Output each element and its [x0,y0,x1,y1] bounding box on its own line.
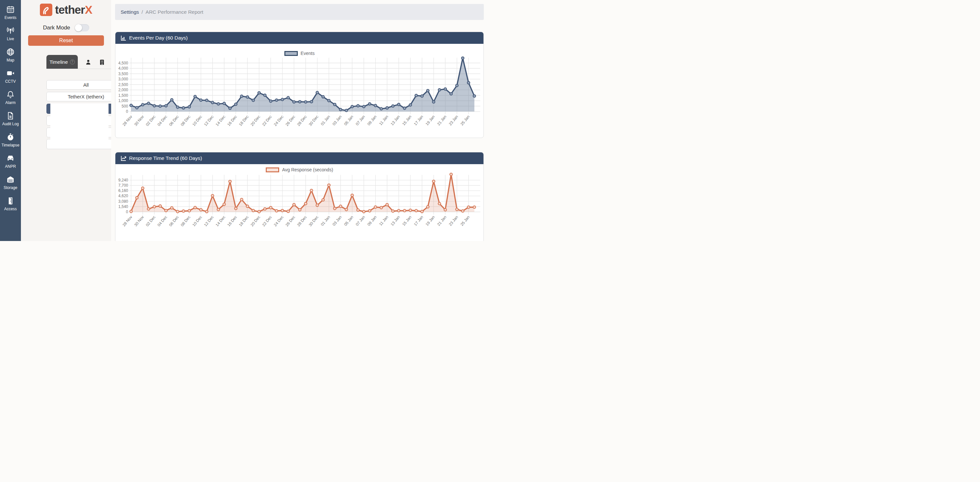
svg-text:1,000: 1,000 [118,99,128,103]
sidebar-item-label: Map [6,58,14,62]
svg-text:02 Dec: 02 Dec [145,115,156,127]
svg-text:24 Dec: 24 Dec [273,115,285,127]
svg-text:17 Jan: 17 Jan [413,215,424,227]
svg-text:20 Dec: 20 Dec [250,215,261,227]
breadcrumb-separator: / [142,9,143,15]
svg-text:18 Dec: 18 Dec [238,115,250,127]
sidebar-item-timelapse[interactable]: Timelapse [0,129,21,150]
svg-text:26 Dec: 26 Dec [285,215,296,227]
brand-name: tetherX [55,3,92,16]
svg-text:11 Jan: 11 Jan [378,115,389,126]
svg-text:28 Dec: 28 Dec [296,115,308,127]
svg-text:09 Jan: 09 Jan [366,215,377,227]
svg-text:26 Dec: 26 Dec [285,115,296,127]
svg-text:18 Dec: 18 Dec [238,215,250,227]
svg-text:12 Dec: 12 Dec [203,115,215,127]
sidebar-item-audit-log[interactable]: Audit Log [0,108,21,129]
breadcrumb-current-page: ARC Performance Report [145,9,203,15]
dark-mode-label: Dark Mode [43,24,70,31]
response-chart-canvas: 01,5403,0804,6206,1607,7009,24028 Nov30 … [115,172,484,239]
svg-text:16 Dec: 16 Dec [226,115,238,127]
events-legend: Events [115,51,484,56]
svg-text:3,500: 3,500 [118,72,128,76]
events-card-header: Events Per Day (60 Days) [115,32,484,44]
svg-text:30 Dec: 30 Dec [308,115,319,127]
svg-text:17 Jan: 17 Jan [413,115,424,127]
svg-text:2,500: 2,500 [118,83,128,87]
sidebar-nav: EventsLiveMapCCTVAlarmAudit LogTimelapse… [0,0,21,241]
sidebar-item-label: Storage [3,185,18,190]
globe-icon [6,48,15,57]
line-chart-icon [121,156,126,161]
svg-text:3,080: 3,080 [118,199,128,204]
sidebar-item-storage[interactable]: Storage [0,172,21,193]
svg-text:1,540: 1,540 [118,204,128,209]
sidebar-item-access[interactable]: Access [0,193,21,214]
svg-text:0: 0 [126,109,128,114]
svg-text:15 Jan: 15 Jan [401,115,412,127]
events-chart-canvas: 05001,0001,5002,0002,5003,0003,5004,0004… [115,56,484,138]
svg-text:3,000: 3,000 [118,77,128,81]
svg-text:06 Dec: 06 Dec [169,215,180,227]
svg-text:4,620: 4,620 [118,194,128,198]
svg-text:4,000: 4,000 [118,66,128,71]
svg-text:500: 500 [122,104,128,108]
response-legend-label: Avg Response (seconds) [282,167,333,172]
sidebar-item-label: ANPR [5,164,16,169]
sidebar-item-map[interactable]: Map [0,45,21,65]
app-window: EventsLiveMapCCTVAlarmAudit LogTimelapse… [0,0,490,241]
breadcrumb-settings-link[interactable]: Settings [121,9,139,15]
brand-logo: tetherX [21,3,111,17]
svg-text:4,500: 4,500 [118,61,128,65]
tetherx-logo-icon [40,3,52,16]
svg-text:15 Jan: 15 Jan [401,215,412,227]
building-icon[interactable] [99,59,105,65]
svg-text:11 Jan: 11 Jan [378,215,389,227]
sidebar-item-label: Timelapse [2,143,20,148]
person-icon[interactable] [85,59,92,65]
dark-mode-toggle[interactable] [75,24,89,32]
reset-button[interactable]: Reset [28,35,104,46]
breadcrumb: Settings / ARC Performance Report [115,4,484,20]
events-per-day-card: Events Per Day (60 Days) Events 05001,00… [115,32,484,138]
svg-text:05 Jan: 05 Jan [343,115,354,127]
svg-text:23 Jan: 23 Jan [448,215,459,227]
filter-panel: tetherX Dark Mode Reset Timeline ? All T… [21,0,111,241]
toggle-knob [75,24,82,32]
sidebar-item-cctv[interactable]: CCTV [0,66,21,87]
broadcast-icon [6,27,15,35]
stopwatch-icon [6,133,15,142]
sidebar-item-events[interactable]: Events [0,2,21,23]
svg-text:01 Jan: 01 Jan [320,215,331,227]
tab-timeline[interactable]: Timeline ? [46,55,78,69]
response-card-header: Response Time Trend (60 Days) [115,153,484,164]
svg-text:04 Dec: 04 Dec [157,115,168,127]
svg-text:25 Jan: 25 Jan [460,115,471,127]
svg-text:13 Jan: 13 Jan [390,115,401,127]
svg-text:03 Jan: 03 Jan [331,115,342,127]
svg-text:9,240: 9,240 [118,178,128,183]
svg-text:30 Nov: 30 Nov [134,115,145,127]
svg-text:22 Dec: 22 Dec [261,215,273,227]
svg-text:28 Nov: 28 Nov [122,215,133,227]
sidebar-item-label: Access [4,207,17,211]
sidebar-item-anpr[interactable]: ANPR [0,151,21,172]
sidebar-item-label: Live [7,37,14,41]
sidebar-item-label: Audit Log [2,122,19,126]
svg-text:25 Jan: 25 Jan [460,215,471,227]
svg-text:01 Jan: 01 Jan [320,115,331,127]
svg-text:02 Dec: 02 Dec [145,215,156,227]
response-card-title: Response Time Trend (60 Days) [129,155,202,161]
sidebar-item-alarm[interactable]: Alarm [0,87,21,108]
events-card-title: Events Per Day (60 Days) [129,35,188,41]
svg-text:21 Jan: 21 Jan [436,115,447,127]
svg-text:19 Jan: 19 Jan [425,215,436,227]
car-icon [6,154,15,163]
svg-text:04 Dec: 04 Dec [157,215,168,227]
sidebar-item-live[interactable]: Live [0,23,21,44]
svg-text:0: 0 [126,210,128,214]
help-icon[interactable]: ? [70,59,75,64]
svg-text:06 Dec: 06 Dec [169,115,180,127]
response-legend: Avg Response (seconds) [115,167,484,172]
svg-text:07 Jan: 07 Jan [355,215,366,227]
